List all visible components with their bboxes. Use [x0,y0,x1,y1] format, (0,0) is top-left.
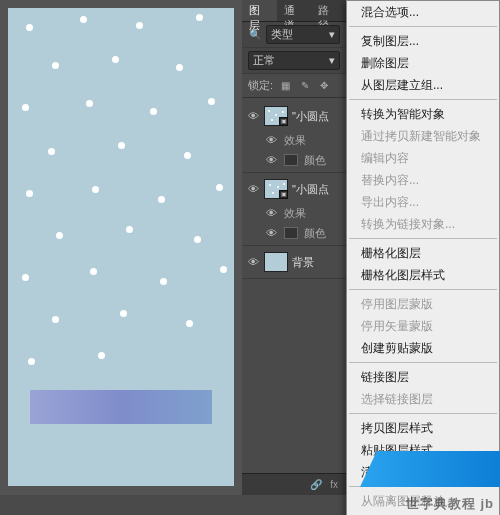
lock-paint-icon[interactable]: ✎ [298,79,311,92]
panel-tabs: 图层 通道 路径 [242,0,346,22]
link-icon[interactable]: 🔗 [310,479,322,490]
polka-dot [196,14,203,21]
visibility-icon[interactable]: 👁 [264,134,278,146]
watermark-text: 世字典教程 jb [406,495,494,513]
menu-item[interactable]: 链接图层 [347,366,499,388]
polka-dot [184,152,191,159]
layer-thumbnail[interactable] [264,252,288,272]
blend-mode-label: 正常 [253,53,275,68]
context-menu: 混合选项...复制图层...删除图层从图层建立组...转换为智能对象通过拷贝新建… [346,0,500,515]
menu-item[interactable]: 创建剪贴蒙版 [347,337,499,359]
polka-dot [186,320,193,327]
polka-dot [98,352,105,359]
layer-item[interactable]: 👁 背景 [242,246,346,279]
kind-label: 类型 [271,27,293,42]
polka-dot [26,24,33,31]
menu-item: 选择链接图层 [347,388,499,410]
polka-dot [194,236,201,243]
polka-dot [158,196,165,203]
layer-thumbnail[interactable]: ▣ [264,106,288,126]
chevron-down-icon: ▾ [329,54,335,67]
polka-dot [136,22,143,29]
menu-item: 停用图层蒙版 [347,293,499,315]
gradient-rectangle [30,390,212,424]
menu-separator [349,26,497,27]
visibility-icon[interactable]: 👁 [264,207,278,219]
lock-move-icon[interactable]: ✥ [317,79,330,92]
layers-panel: 图层 通道 路径 🔍 类型 ▾ 正常 ▾ 锁定: ▦ ✎ ✥ 👁 ▣ [242,0,346,495]
layer-thumbnail[interactable]: ▣ [264,179,288,199]
menu-item[interactable]: 拷贝图层样式 [347,417,499,439]
menu-item[interactable]: 删除图层 [347,52,499,74]
menu-separator [349,362,497,363]
polka-dot [120,310,127,317]
polka-dot [22,274,29,281]
visibility-icon[interactable]: 👁 [246,256,260,268]
color-overlay-icon [284,154,298,166]
menu-item: 转换为链接对象... [347,213,499,235]
fx-label[interactable]: 效果 [284,133,306,148]
polka-dot [26,190,33,197]
menu-item[interactable]: 从图层建立组... [347,74,499,96]
layer-item[interactable]: 👁 ▣ "小圆点 👁效果 👁颜色 [242,173,346,246]
fx-label[interactable]: 颜色 [304,226,326,241]
smart-object-icon: ▣ [279,117,288,126]
tab-layers[interactable]: 图层 [242,0,277,21]
polka-dot [126,226,133,233]
polka-dot [208,98,215,105]
layers-panel-footer: 🔗 fx [242,473,346,495]
tab-paths[interactable]: 路径 [311,0,346,21]
layer-name[interactable]: "小圆点 [292,109,342,124]
highlight-flag [360,451,500,487]
polka-dot [90,268,97,275]
layer-item[interactable]: 👁 ▣ "小圆点 👁效果 👁颜色 [242,100,346,173]
polka-dot [118,142,125,149]
polka-dot [150,108,157,115]
menu-item: 通过拷贝新建智能对象 [347,125,499,147]
artboard[interactable] [8,8,234,486]
search-icon: 🔍 [248,28,261,41]
menu-separator [349,413,497,414]
blend-mode-row: 正常 ▾ [242,48,346,74]
lock-label: 锁定: [248,78,273,93]
polka-dot [216,184,223,191]
chevron-down-icon: ▾ [329,28,335,41]
polka-dot [112,56,119,63]
menu-item[interactable]: 栅格化图层 [347,242,499,264]
visibility-icon[interactable]: 👁 [264,154,278,166]
layer-name[interactable]: 背景 [292,255,342,270]
polka-dot [176,64,183,71]
polka-dot [56,232,63,239]
lock-transparency-icon[interactable]: ▦ [279,79,292,92]
visibility-icon[interactable]: 👁 [246,183,260,195]
menu-item[interactable]: 混合选项... [347,1,499,23]
fx-label[interactable]: 效果 [284,206,306,221]
layer-name[interactable]: "小圆点 [292,182,342,197]
polka-dot [28,358,35,365]
menu-item[interactable]: 转换为智能对象 [347,103,499,125]
lock-row: 锁定: ▦ ✎ ✥ [242,74,346,98]
polka-dot [52,62,59,69]
polka-dot [48,148,55,155]
layer-list: 👁 ▣ "小圆点 👁效果 👁颜色 👁 ▣ "小圆点 👁效果 👁颜色 [242,98,346,279]
color-overlay-icon [284,227,298,239]
polka-dot [92,186,99,193]
menu-separator [349,289,497,290]
kind-select[interactable]: 类型 ▾ [266,25,340,44]
menu-item[interactable]: 栅格化图层样式 [347,264,499,286]
blend-mode-select[interactable]: 正常 ▾ [248,51,340,70]
fx-label[interactable]: 颜色 [304,153,326,168]
visibility-icon[interactable]: 👁 [264,227,278,239]
fx-icon[interactable]: fx [330,479,338,490]
polka-dot [22,104,29,111]
canvas-area[interactable] [0,0,242,495]
smart-object-icon: ▣ [279,190,288,199]
menu-item[interactable]: 复制图层... [347,30,499,52]
polka-dot [220,266,227,273]
polka-dot [86,100,93,107]
menu-item: 替换内容... [347,169,499,191]
visibility-icon[interactable]: 👁 [246,110,260,122]
polka-dot [52,316,59,323]
tab-channels[interactable]: 通道 [277,0,312,21]
polka-dot [80,16,87,23]
